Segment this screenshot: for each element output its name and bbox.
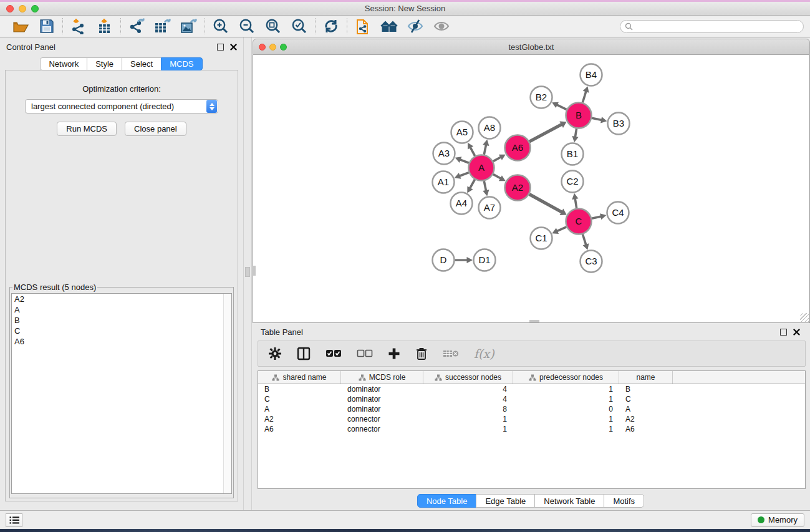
tab-network-table[interactable]: Network Table: [534, 494, 604, 508]
table-cell[interactable]: A: [619, 405, 673, 414]
tab-select[interactable]: Select: [122, 57, 162, 70]
network-window-titlebar[interactable]: testGlobe.txt: [253, 39, 810, 55]
table-cell[interactable]: A6: [619, 425, 673, 433]
save-session-button[interactable]: [37, 17, 56, 35]
table-cell[interactable]: 1: [423, 425, 513, 433]
criterion-dropdown[interactable]: largest connected component (directed): [25, 99, 218, 114]
graph-edge-A-A8[interactable]: [484, 145, 486, 155]
table-cell[interactable]: dominator: [341, 405, 423, 414]
close-panel-icon[interactable]: [230, 44, 237, 51]
network-from-file-button[interactable]: [354, 17, 372, 35]
column-header-MCDS-role[interactable]: MCDS role: [341, 371, 423, 384]
table-cell[interactable]: connector: [341, 415, 423, 423]
zoom-in-button[interactable]: [211, 17, 230, 35]
column-header-name[interactable]: name: [619, 371, 673, 384]
float-panel-icon[interactable]: [217, 44, 224, 51]
tab-edge-table[interactable]: Edge Table: [476, 494, 535, 508]
table-row[interactable]: Bdominator41B: [258, 384, 805, 394]
column-header-shared-name[interactable]: shared name: [258, 371, 341, 384]
zoom-selected-button[interactable]: [290, 17, 309, 35]
graph-edge-A-A7[interactable]: [484, 181, 486, 191]
graph-edge-A-A6[interactable]: [493, 157, 501, 162]
table-cell[interactable]: 1: [513, 425, 619, 433]
resize-gripper-icon[interactable]: [800, 313, 809, 322]
graph-edge-A-A4[interactable]: [470, 180, 475, 188]
search-field[interactable]: [620, 20, 804, 33]
export-image-button[interactable]: [180, 17, 198, 35]
hide-graphics-details-button[interactable]: [406, 17, 425, 35]
select-all-columns-button[interactable]: [325, 344, 342, 363]
apply-layout-button[interactable]: [322, 17, 340, 35]
graph-edge-C-C4[interactable]: [592, 216, 601, 218]
table-row[interactable]: Cdominator41C: [258, 394, 805, 404]
table-cell[interactable]: 1: [423, 415, 513, 423]
graph-edge-A-A5[interactable]: [470, 147, 475, 156]
tab-network[interactable]: Network: [40, 57, 87, 70]
graph-edge-C-C3[interactable]: [582, 235, 586, 245]
show-graphics-details-button[interactable]: [432, 17, 451, 35]
table-close-panel-icon[interactable]: [793, 329, 800, 336]
table-cell[interactable]: C: [619, 395, 673, 404]
table-cell[interactable]: A2: [258, 415, 341, 423]
table-float-panel-icon[interactable]: [780, 329, 787, 336]
table-cell[interactable]: 4: [423, 385, 513, 394]
graph-edge-C-C1[interactable]: [557, 227, 566, 231]
table-settings-button[interactable]: [268, 344, 282, 363]
task-history-button[interactable]: [6, 513, 22, 527]
function-builder-button[interactable]: f(x): [474, 344, 494, 363]
open-file-button[interactable]: [11, 17, 30, 35]
result-list-item[interactable]: B: [12, 315, 231, 326]
search-input[interactable]: [633, 21, 803, 32]
splitter-thumb-icon[interactable]: [245, 267, 250, 277]
tab-style[interactable]: Style: [87, 57, 122, 70]
graph-edge-B-B2[interactable]: [557, 105, 567, 110]
create-column-button[interactable]: [388, 344, 400, 363]
table-row[interactable]: Adominator80A: [258, 404, 805, 414]
graph-edge-B-B1[interactable]: [575, 128, 576, 137]
result-list-item[interactable]: A2: [12, 294, 231, 304]
table-cell[interactable]: B: [258, 385, 341, 394]
network-canvas[interactable]: B4B2BB3A8A5A6A3B1AA1C2A2A4A7C4CC1DD1C3: [253, 55, 810, 323]
graph-edge-A-A3[interactable]: [460, 160, 469, 163]
graph-edge-B-B4[interactable]: [582, 91, 586, 102]
result-list-item[interactable]: A: [12, 304, 231, 315]
result-list-item[interactable]: A6: [12, 336, 231, 347]
table-cell[interactable]: dominator: [341, 395, 423, 404]
close-panel-button[interactable]: Close panel: [125, 122, 186, 136]
run-mcds-button[interactable]: Run MCDS: [57, 122, 117, 136]
delete-column-button[interactable]: [415, 344, 428, 363]
graph-edge-A6-B[interactable]: [529, 124, 562, 142]
table-cell[interactable]: 8: [423, 405, 513, 414]
home-panels-button[interactable]: [380, 17, 398, 35]
table-cell[interactable]: 1: [513, 385, 619, 394]
table-cell[interactable]: C: [258, 395, 341, 404]
table-cell[interactable]: A2: [619, 415, 673, 423]
column-header-successor-nodes[interactable]: successor nodes: [423, 371, 513, 384]
vertical-scroll-thumb[interactable]: [253, 266, 256, 276]
table-cell[interactable]: B: [619, 385, 673, 394]
horizontal-scroll-thumb[interactable]: [529, 320, 539, 322]
zoom-out-button[interactable]: [238, 17, 256, 35]
tab-motifs[interactable]: Motifs: [604, 494, 644, 508]
import-network-button[interactable]: [69, 17, 88, 35]
table-cell[interactable]: connector: [341, 425, 423, 433]
tab-node-table[interactable]: Node Table: [417, 494, 477, 508]
table-cell[interactable]: 1: [513, 415, 619, 423]
graph-edge-C-C2[interactable]: [575, 198, 576, 208]
table-row[interactable]: A6connector11A6: [258, 424, 805, 434]
graph-edge-A2-C[interactable]: [529, 194, 562, 212]
graph-edge-A-A2[interactable]: [493, 174, 501, 178]
table-cell[interactable]: A: [258, 405, 341, 414]
mcds-result-list[interactable]: A2ABCA6: [11, 293, 232, 494]
table-cell[interactable]: 1: [513, 395, 619, 404]
show-column-button[interactable]: [297, 344, 311, 363]
table-row[interactable]: A2connector11A2: [258, 414, 805, 424]
table-cell[interactable]: dominator: [341, 385, 423, 394]
graph-edge-A-A1[interactable]: [460, 173, 469, 177]
table-cell[interactable]: A6: [258, 425, 341, 433]
table-cell[interactable]: 0: [513, 405, 619, 414]
tab-mcds[interactable]: MCDS: [161, 57, 202, 70]
result-list-scrollbar[interactable]: [223, 294, 231, 493]
panel-splitter[interactable]: [243, 37, 252, 510]
column-header-predecessor-nodes[interactable]: predecessor nodes: [513, 371, 619, 384]
